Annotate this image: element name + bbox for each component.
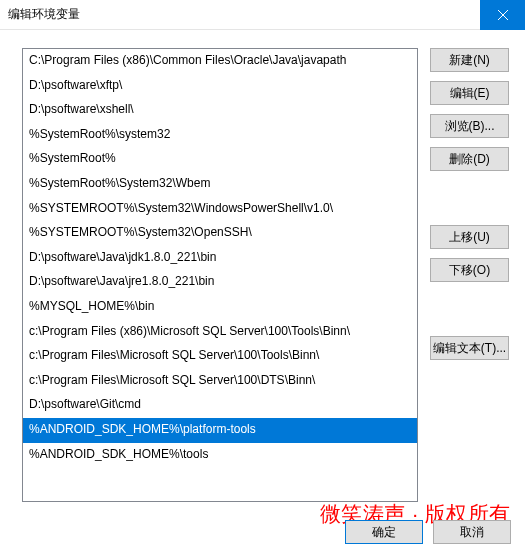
- dialog-content: C:\Program Files (x86)\Common Files\Orac…: [0, 30, 525, 506]
- list-item[interactable]: D:\psoftware\Java\jdk1.8.0_221\bin: [23, 246, 417, 271]
- new-button[interactable]: 新建(N): [430, 48, 509, 72]
- edit-button[interactable]: 编辑(E): [430, 81, 509, 105]
- ok-button[interactable]: 确定: [345, 520, 423, 544]
- footer-buttons: 确定 取消: [345, 520, 511, 544]
- close-icon: [498, 10, 508, 20]
- list-item[interactable]: D:\psoftware\Java\jre1.8.0_221\bin: [23, 270, 417, 295]
- browse-button[interactable]: 浏览(B)...: [430, 114, 509, 138]
- edit-text-button[interactable]: 编辑文本(T)...: [430, 336, 509, 360]
- list-item[interactable]: %ANDROID_SDK_HOME%\tools: [23, 443, 417, 468]
- list-item[interactable]: %SYSTEMROOT%\System32\WindowsPowerShell\…: [23, 197, 417, 222]
- cancel-button[interactable]: 取消: [433, 520, 511, 544]
- list-item[interactable]: c:\Program Files\Microsoft SQL Server\10…: [23, 344, 417, 369]
- list-item[interactable]: D:\psoftware\Git\cmd: [23, 393, 417, 418]
- titlebar: 编辑环境变量: [0, 0, 525, 30]
- list-item[interactable]: %SystemRoot%\system32: [23, 123, 417, 148]
- list-item[interactable]: C:\Program Files (x86)\Common Files\Orac…: [23, 49, 417, 74]
- move-down-button[interactable]: 下移(O): [430, 258, 509, 282]
- close-button[interactable]: [480, 0, 525, 30]
- window-title: 编辑环境变量: [0, 6, 80, 23]
- list-item[interactable]: c:\Program Files (x86)\Microsoft SQL Ser…: [23, 320, 417, 345]
- move-up-button[interactable]: 上移(U): [430, 225, 509, 249]
- list-item[interactable]: %MYSQL_HOME%\bin: [23, 295, 417, 320]
- list-item[interactable]: %SYSTEMROOT%\System32\OpenSSH\: [23, 221, 417, 246]
- list-item[interactable]: D:\psoftware\xshell\: [23, 98, 417, 123]
- delete-button[interactable]: 删除(D): [430, 147, 509, 171]
- list-item[interactable]: %SystemRoot%: [23, 147, 417, 172]
- list-item[interactable]: %ANDROID_SDK_HOME%\platform-tools: [23, 418, 417, 443]
- footer: 微笑涛声 · 版权所有 确定 取消: [0, 506, 525, 556]
- list-item[interactable]: D:\psoftware\xftp\: [23, 74, 417, 99]
- path-listbox[interactable]: C:\Program Files (x86)\Common Files\Orac…: [22, 48, 418, 502]
- list-item[interactable]: %SystemRoot%\System32\Wbem: [23, 172, 417, 197]
- button-column: 新建(N) 编辑(E) 浏览(B)... 删除(D) 上移(U) 下移(O) 编…: [430, 48, 509, 500]
- list-item[interactable]: c:\Program Files\Microsoft SQL Server\10…: [23, 369, 417, 394]
